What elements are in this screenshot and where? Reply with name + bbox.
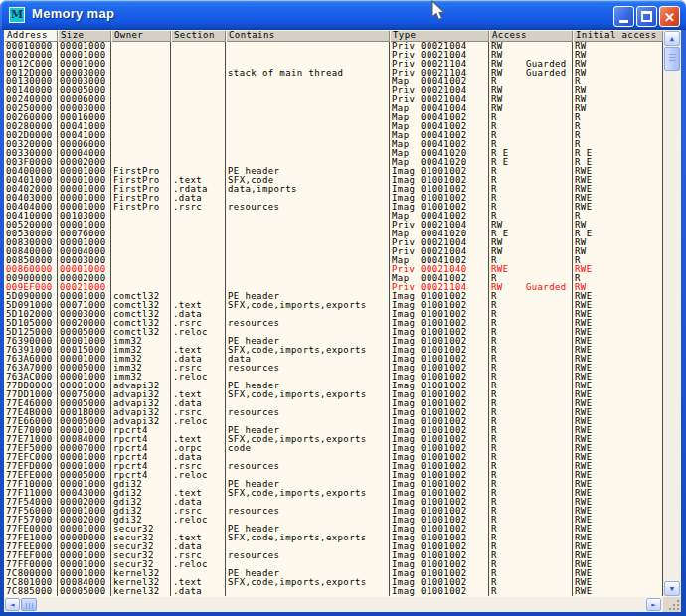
table-row[interactable]: 77DD000000001000advapi32PE headerImag 01… — [4, 382, 663, 390]
cell-owner — [111, 122, 171, 131]
table-row[interactable]: 7C88500000005000kernel32.dataImag 010010… — [4, 587, 663, 596]
horizontal-scrollbar-thumb[interactable] — [21, 598, 37, 611]
table-row[interactable]: 5D09000000001000comctl32PE headerImag 01… — [4, 292, 663, 301]
minimize-button[interactable] — [613, 6, 634, 27]
table-row[interactable]: 0040400000001000FirstPro.rsrcresourcesIm… — [4, 203, 663, 212]
column-header-owner[interactable]: Owner — [111, 30, 171, 42]
table-row[interactable]: 0032000000006000Map 00041002RR — [4, 140, 663, 149]
vertical-scrollbar-thumb[interactable] — [664, 47, 680, 71]
column-header-type[interactable]: Type — [390, 30, 489, 42]
table-row[interactable]: 0041000000103000Map 00041002RR — [4, 212, 663, 221]
table-row[interactable]: 763A700000005000imm32.rsrcresourcesImag … — [4, 364, 663, 373]
scroll-down-button[interactable]: ▼ — [664, 581, 680, 596]
table-row[interactable]: 5D10200000003000comctl32.dataImag 010010… — [4, 310, 663, 319]
table-row[interactable]: 0040300000001000FirstPro.dataImag 010010… — [4, 194, 663, 203]
table-row[interactable]: 77EFD00000001000rpcrt4.rsrcresourcesImag… — [4, 462, 663, 471]
table-row[interactable]: 77E4B0000001B000advapi32.rsrcresourcesIm… — [4, 408, 663, 417]
table-row[interactable]: 77F5600000001000gdi32.rsrcresourcesImag … — [4, 507, 663, 516]
table-row[interactable]: 763A600000001000imm32.datadataImag 01001… — [4, 355, 663, 364]
table-row[interactable]: 77FE000000001000secur32PE headerImag 010… — [4, 525, 663, 534]
cell-access: R — [489, 516, 573, 525]
table-row[interactable]: 77EFC00000001000rpcrt4.dataImag 01001002… — [4, 453, 663, 462]
table-row[interactable]: 0040000000001000FirstProPE headerImag 01… — [4, 167, 663, 176]
cell-access: R — [489, 453, 573, 462]
table-row[interactable]: 0083000000001000Priv 00021004RWRW — [4, 238, 663, 247]
column-header-address[interactable]: Address — [4, 30, 58, 42]
table-row[interactable]: 77E7100000084000rpcrt4.textSFX,code,impo… — [4, 435, 663, 444]
cell-size: 0000D000 — [58, 534, 111, 542]
table-row[interactable]: 77FE10000000D000secur32.textSFX,code,imp… — [4, 534, 663, 542]
scroll-right-button[interactable]: ► — [646, 598, 661, 611]
cell-address: 00840000 — [4, 247, 58, 256]
cell-type: Imag 01001002 — [390, 203, 489, 212]
table-row[interactable]: 0001000000001000Priv 00021004RWRW — [4, 42, 663, 51]
table-row[interactable]: 0012D00000003000stack of main threadPriv… — [4, 69, 663, 77]
column-header-access[interactable]: Access — [489, 30, 573, 42]
table-row[interactable]: 0053000000076000Map 00041020R ER E — [4, 230, 663, 238]
scroll-up-button[interactable]: ▲ — [664, 31, 680, 46]
table-row[interactable]: 5D12500000005000comctl32.relocImag 01001… — [4, 328, 663, 337]
table-row[interactable]: 0085000000003000Map 00041002RR — [4, 256, 663, 265]
table-row[interactable]: 0040200000001000FirstPro.rdatadata,impor… — [4, 185, 663, 194]
table-row[interactable]: 0014000000005000Priv 00021004RWRW — [4, 86, 663, 95]
table-row[interactable]: 0040100000001000FirstPro.textSFX,codeIma… — [4, 176, 663, 185]
cell-initial: RWE — [573, 203, 663, 212]
table-row[interactable]: 009EF00000021000Priv 00021104RW GuardedR… — [4, 283, 663, 292]
scroll-left-button[interactable]: ◄ — [5, 598, 20, 611]
table-row[interactable]: 77FEE00000001000secur32.dataImag 0100100… — [4, 542, 663, 551]
table-row[interactable]: 77F1100000043000gdi32.textSFX,code,impor… — [4, 489, 663, 498]
table-row[interactable]: 77F5700000002000gdi32.relocImag 01001002… — [4, 516, 663, 525]
resize-grip[interactable] — [668, 599, 680, 611]
column-header-size[interactable]: Size — [58, 30, 111, 42]
table-row[interactable]: 7639100000015000imm32.textSFX,code,impor… — [4, 346, 663, 355]
table-row[interactable]: 77E4600000005000advapi32.dataImag 010010… — [4, 399, 663, 408]
cell-access: RW — [489, 247, 573, 256]
table-row[interactable]: 77E7000000001000rpcrt4PE headerImag 0100… — [4, 426, 663, 435]
table-row[interactable]: 77EFE00000005000rpcrt4.relocImag 0100100… — [4, 471, 663, 480]
table-row[interactable]: 763AC00000001000imm32.relocImag 01001002… — [4, 373, 663, 382]
column-header-initial-access[interactable]: Initial access — [573, 30, 663, 42]
table-row[interactable]: 0084000000004000Priv 00021004RWRW — [4, 247, 663, 256]
column-header-section[interactable]: Section — [171, 30, 226, 42]
table-row[interactable]: 0090000000002000Map 00041002RR — [4, 274, 663, 283]
table-row[interactable]: 0052000000001000Priv 00021004RWRW — [4, 221, 663, 230]
titlebar[interactable]: M Memory map ✕ — [0, 0, 686, 30]
table-row[interactable]: 77DD100000075000advapi32.textSFX,code,im… — [4, 390, 663, 399]
cell-section — [171, 525, 226, 534]
table-row[interactable]: 002D000000041000Map 00041002RR — [4, 131, 663, 140]
table-row[interactable]: 7639000000001000imm32PE headerImag 01001… — [4, 337, 663, 346]
table-row[interactable]: 0026000000016000Map 00041002RR — [4, 113, 663, 122]
table-row[interactable]: 5D09100000071000comctl32.textSFX,code,im… — [4, 301, 663, 310]
table-row[interactable]: 77EF500000007000rpcrt4.orpccodeImag 0100… — [4, 444, 663, 453]
maximize-button[interactable] — [636, 6, 657, 27]
table-row[interactable]: 77F5400000002000gdi32.dataImag 01001002R… — [4, 498, 663, 507]
table-row[interactable]: 0024000000006000Priv 00021004RWRW — [4, 95, 663, 104]
cell-access: R — [489, 462, 573, 471]
table-row[interactable]: 003F000000002000Map 00041020R ER E — [4, 158, 663, 167]
horizontal-scrollbar[interactable]: ◄ ► — [4, 597, 663, 612]
close-button[interactable]: ✕ — [659, 6, 680, 27]
table-row[interactable]: 0086000000001000Priv 00021040RWERWE — [4, 265, 663, 274]
table-row[interactable]: 0033000000004000Map 00041020R ER E — [4, 149, 663, 158]
table-row[interactable]: 0012C00000001000Priv 00021104RW GuardedR… — [4, 60, 663, 69]
table-row[interactable]: 0013000000003000Map 00041002RR — [4, 77, 663, 86]
table-row[interactable]: 77E6600000005000advapi32.relocImag 01001… — [4, 417, 663, 426]
cell-access: R — [489, 203, 573, 212]
cell-size: 00001000 — [58, 265, 111, 274]
cell-size: 00001000 — [58, 185, 111, 194]
table-row[interactable]: 7C80000000001000kernel32PE headerImag 01… — [4, 569, 663, 578]
table-row[interactable]: 77FEF00000001000secur32.rsrcresourcesIma… — [4, 551, 663, 560]
table-row[interactable]: 0002000000001000Priv 00021004RWRW — [4, 51, 663, 60]
table-row[interactable]: 7C80100000084000kernel32.textSFX,code,im… — [4, 578, 663, 587]
column-header-contains[interactable]: Contains — [226, 30, 390, 42]
cell-type: Map 00041002 — [390, 274, 489, 283]
cell-type: Imag 01001002 — [390, 176, 489, 185]
vertical-scrollbar[interactable]: ▲ ▼ — [663, 30, 681, 597]
table-row[interactable]: 5D10500000020000comctl32.rsrcresourcesIm… — [4, 319, 663, 328]
table-row[interactable]: 0025000000003000Map 00041004RWRW — [4, 104, 663, 113]
table-row[interactable]: 0028000000041000Map 00041002RR — [4, 122, 663, 131]
cell-address: 00850000 — [4, 256, 58, 265]
ollydbg-window-icon[interactable]: M — [9, 7, 25, 23]
table-row[interactable]: 77F1000000001000gdi32PE headerImag 01001… — [4, 480, 663, 489]
table-row[interactable]: 77FF000000001000secur32.relocImag 010010… — [4, 560, 663, 569]
